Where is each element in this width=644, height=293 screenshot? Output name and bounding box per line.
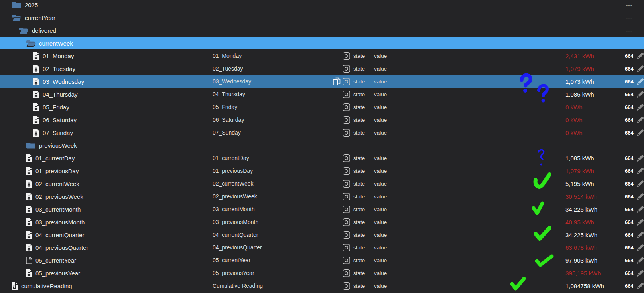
state-value[interactable]: 395,195 kWh: [565, 267, 601, 279]
tree-item[interactable]: 02_previousWeek: [26, 190, 83, 203]
edit-pencil-icon[interactable]: [635, 192, 644, 201]
edit-pencil-icon[interactable]: [635, 166, 644, 176]
copy-id-button[interactable]: [333, 75, 341, 88]
tree-item[interactable]: 03_Wednesday: [33, 75, 84, 88]
state-value[interactable]: 1,084758 kWh: [565, 279, 604, 292]
edit-pencil-icon[interactable]: [635, 64, 644, 73]
edit-value-button[interactable]: [635, 164, 644, 177]
edit-value-button[interactable]: [635, 190, 644, 203]
state-value[interactable]: 34,225 kWh: [565, 203, 597, 216]
tree-item[interactable]: 02_Tuesday: [33, 62, 75, 75]
state-value[interactable]: 34,225 kWh: [565, 228, 597, 241]
edit-pencil-icon[interactable]: [635, 128, 644, 137]
tree-row[interactable]: delivered---: [0, 24, 644, 37]
edit-pencil-icon[interactable]: [635, 217, 644, 227]
tree-item[interactable]: 01_Monday: [33, 49, 74, 62]
tree-item[interactable]: 04_Thursday: [33, 88, 78, 101]
tree-item[interactable]: 07_Sunday: [33, 126, 73, 139]
state-value[interactable]: 1,079 kWh: [565, 62, 594, 75]
tree-row[interactable]: previousWeek---: [0, 139, 644, 152]
edit-pencil-icon[interactable]: [635, 89, 644, 99]
edit-value-button[interactable]: [635, 152, 644, 164]
tree-item[interactable]: 01_currentDay: [26, 152, 75, 164]
state-value[interactable]: 1,085 kWh: [565, 152, 594, 164]
tree-row[interactable]: 04_currentQuarter04_currentQuarter state…: [0, 228, 644, 241]
edit-value-button[interactable]: [635, 126, 644, 139]
edit-value-button[interactable]: [635, 62, 644, 75]
tree-row[interactable]: 03_currentMonth03_currentMonth statevalu…: [0, 203, 644, 216]
edit-pencil-icon[interactable]: [635, 51, 644, 61]
state-value[interactable]: 1,073 kWh: [565, 75, 594, 88]
state-value[interactable]: 1,079 kWh: [565, 164, 594, 177]
tree-row[interactable]: 03_Wednesday 03_Wednesday statevalue1,07…: [0, 75, 644, 88]
edit-pencil-icon[interactable]: [635, 179, 644, 188]
edit-value-button[interactable]: [635, 88, 644, 101]
tree-row[interactable]: 05_Friday05_Friday statevalue0 kWh664: [0, 101, 644, 113]
edit-value-button[interactable]: [635, 228, 644, 241]
tree-row[interactable]: 03_previousMonth03_previousMonth stateva…: [0, 216, 644, 228]
tree-item[interactable]: 03_previousMonth: [26, 216, 85, 228]
tree-row[interactable]: 06_Saturday06_Saturday statevalue0 kWh66…: [0, 113, 644, 126]
tree-row[interactable]: 05_previousYear05_previousYear statevalu…: [0, 267, 644, 279]
edit-value-button[interactable]: [635, 203, 644, 216]
tree-row[interactable]: 01_currentDay01_currentDay statevalue1,0…: [0, 152, 644, 164]
edit-pencil-icon[interactable]: [635, 243, 644, 252]
tree-item[interactable]: cumulativeReading: [11, 279, 72, 292]
state-value[interactable]: 2,431 kWh: [565, 49, 594, 62]
edit-pencil-icon[interactable]: [635, 115, 644, 125]
tree-row[interactable]: currentYear---: [0, 11, 644, 24]
tree-item[interactable]: previousWeek: [26, 139, 77, 152]
tree-item[interactable]: 03_currentMonth: [26, 203, 81, 216]
tree-row[interactable]: 2025---: [0, 0, 644, 11]
tree-item[interactable]: 04_previousQuarter: [26, 241, 89, 254]
edit-pencil-icon[interactable]: [635, 77, 644, 86]
tree-row[interactable]: 04_previousQuarter04_previousQuarter sta…: [0, 241, 644, 254]
tree-item[interactable]: 05_previousYear: [26, 267, 80, 279]
tree-item[interactable]: 04_currentQuarter: [26, 228, 85, 241]
edit-value-button[interactable]: [635, 216, 644, 228]
edit-pencil-icon[interactable]: [635, 153, 644, 163]
state-value[interactable]: 5,195 kWh: [565, 177, 594, 190]
tree-item[interactable]: currentYear: [11, 11, 55, 24]
tree-row[interactable]: 07_Sunday07_Sunday statevalue0 kWh664: [0, 126, 644, 139]
edit-value-button[interactable]: [635, 267, 644, 279]
tree-item[interactable]: 2025: [11, 0, 38, 11]
edit-pencil-icon[interactable]: [635, 204, 644, 214]
tree-item[interactable]: 06_Saturday: [33, 113, 77, 126]
tree-item[interactable]: delivered: [18, 24, 56, 37]
tree-row[interactable]: 01_previousDay01_previousDay statevalue1…: [0, 164, 644, 177]
tree-row[interactable]: 02_previousWeek02_previousWeek statevalu…: [0, 190, 644, 203]
state-value[interactable]: 0 kWh: [565, 101, 583, 113]
edit-value-button[interactable]: [635, 101, 644, 113]
state-value[interactable]: 63,678 kWh: [565, 241, 597, 254]
edit-value-button[interactable]: [635, 254, 644, 267]
state-value[interactable]: 30,514 kWh: [565, 190, 597, 203]
edit-pencil-icon[interactable]: [635, 230, 644, 240]
tree-item[interactable]: 01_previousDay: [26, 164, 79, 177]
edit-value-button[interactable]: [635, 279, 644, 292]
state-value[interactable]: 0 kWh: [565, 113, 583, 126]
state-value[interactable]: 97,903 kWh: [565, 254, 597, 267]
edit-pencil-icon[interactable]: [635, 268, 644, 278]
edit-value-button[interactable]: [635, 177, 644, 190]
edit-pencil-icon[interactable]: [635, 281, 644, 291]
tree-item[interactable]: 05_currentYear: [26, 254, 76, 267]
edit-value-button[interactable]: [635, 75, 644, 88]
tree-row[interactable]: cumulativeReadingCumulative Reading stat…: [0, 279, 644, 292]
state-value[interactable]: 1,085 kWh: [565, 88, 594, 101]
tree-item[interactable]: 05_Friday: [33, 101, 69, 113]
edit-value-button[interactable]: [635, 113, 644, 126]
tree-row[interactable]: 02_currentWeek02_currentWeek statevalue5…: [0, 177, 644, 190]
tree-row[interactable]: 02_Tuesday02_Tuesday statevalue1,079 kWh…: [0, 62, 644, 75]
state-value[interactable]: 0 kWh: [565, 126, 583, 139]
state-value[interactable]: 40,95 kWh: [565, 216, 594, 228]
edit-pencil-icon[interactable]: [635, 102, 644, 112]
tree-row[interactable]: 01_Monday01_Monday statevalue2,431 kWh66…: [0, 49, 644, 62]
edit-pencil-icon[interactable]: [635, 255, 644, 265]
tree-item[interactable]: 02_currentWeek: [26, 177, 79, 190]
copy-id-icon[interactable]: [333, 77, 341, 86]
tree-row[interactable]: currentWeek---: [0, 37, 644, 49]
edit-value-button[interactable]: [635, 241, 644, 254]
tree-item[interactable]: currentWeek: [26, 37, 73, 49]
tree-row[interactable]: 04_Thursday04_Thursday statevalue1,085 k…: [0, 88, 644, 101]
